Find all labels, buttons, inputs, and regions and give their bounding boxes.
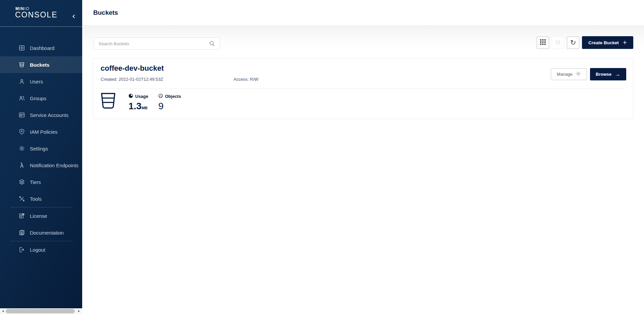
usage-unit: MB [142, 106, 148, 110]
page-title: Buckets [93, 9, 118, 16]
sidebar: MINIO CONSOLE Dashboard Buckets Users [0, 0, 82, 308]
create-bucket-label: Create Bucket [588, 40, 619, 45]
sidebar-item-groups[interactable]: Groups [0, 90, 82, 107]
usage-label: Usage [135, 94, 148, 99]
objects-icon [158, 93, 163, 99]
sidebar-nav: Dashboard Buckets Users Groups Service A [0, 27, 82, 258]
sidebar-collapse-button[interactable] [71, 13, 77, 19]
sidebar-item-documentation[interactable]: Documentation [0, 224, 82, 241]
sidebar-item-label: Groups [30, 96, 46, 101]
usage-pie-icon [128, 93, 133, 99]
sidebar-item-service-accounts[interactable]: Service Accounts [0, 107, 82, 123]
shield-lock-icon [18, 128, 25, 135]
sidebar-item-buckets[interactable]: Buckets [0, 56, 82, 73]
scroll-left-arrow-icon[interactable]: ◄ [1, 309, 4, 314]
sidebar-item-settings[interactable]: Settings [0, 140, 82, 157]
browse-label: Browse [596, 72, 611, 77]
grid-view-button[interactable] [537, 37, 549, 49]
buckets-toolbar: ↻ Create Bucket + [537, 36, 633, 49]
sidebar-item-users[interactable]: Users [0, 73, 82, 90]
sidebar-item-label: Service Accounts [30, 112, 68, 118]
objects-label: Objects [165, 94, 181, 99]
list-view-button [552, 37, 564, 49]
plus-icon: + [623, 39, 627, 46]
sidebar-item-label: Notification Endpoints [30, 163, 78, 168]
bucket-card[interactable]: coffee-dev-bucket Created: 2022-01-02T12… [93, 58, 633, 119]
groups-icon [18, 95, 25, 102]
logo-console-text: CONSOLE [15, 10, 57, 19]
objects-value: 9 [158, 101, 181, 112]
chevron-left-icon [71, 15, 77, 20]
page-header: Buckets [82, 0, 644, 26]
refresh-icon: ↻ [570, 39, 576, 46]
scrollbar-thumb[interactable] [6, 309, 75, 313]
users-icon [18, 78, 25, 85]
sidebar-item-label: Settings [30, 146, 48, 151]
manage-label: Manage [557, 72, 573, 77]
dashboard-icon [18, 45, 25, 51]
usage-stat: Usage 1.3MB [128, 93, 148, 112]
app-logo: MINIO CONSOLE [0, 0, 82, 27]
horizontal-scrollbar[interactable]: ◄ ► [0, 308, 82, 314]
service-accounts-icon [18, 112, 25, 118]
layers-icon [18, 179, 25, 185]
refresh-button[interactable]: ↻ [567, 37, 579, 49]
sidebar-item-label: Tools [30, 196, 42, 202]
grid-view-icon [540, 39, 546, 47]
create-bucket-button[interactable]: Create Bucket + [582, 36, 633, 49]
sidebar-item-label: License [30, 213, 47, 219]
manage-button[interactable]: Manage [551, 68, 587, 80]
sidebar-item-label: Documentation [30, 230, 64, 236]
browse-button[interactable]: Browse → [590, 68, 626, 80]
sidebar-item-label: Users [30, 79, 43, 84]
license-icon [18, 212, 25, 219]
objects-stat: Objects 9 [158, 93, 181, 112]
logout-icon [18, 246, 25, 253]
usage-value: 1.3MB [128, 101, 148, 112]
sidebar-item-label: Dashboard [30, 45, 54, 51]
search-icon [209, 40, 215, 47]
sidebar-item-tiers[interactable]: Tiers [0, 174, 82, 190]
arrow-right-icon: → [615, 71, 621, 78]
gear-icon [576, 71, 581, 77]
scroll-right-arrow-icon[interactable]: ► [77, 309, 80, 314]
bucket-access: Access: R/W [233, 77, 258, 82]
content-area: ↻ Create Bucket + coffee-dev-bucket Crea… [82, 26, 644, 314]
main-area: Buckets [82, 0, 644, 314]
card-divider [101, 88, 626, 89]
search-input[interactable] [94, 41, 209, 46]
sidebar-item-notification-endpoints[interactable]: λ Notification Endpoints [0, 157, 82, 174]
sidebar-item-label: Buckets [30, 62, 49, 68]
sidebar-item-label: Logout [30, 247, 45, 253]
documentation-icon [18, 229, 25, 236]
sidebar-item-tools[interactable]: Tools [0, 190, 82, 207]
bucket-card-actions: Manage Browse → [551, 68, 626, 80]
sidebar-item-label: IAM Policies [30, 129, 58, 135]
sidebar-item-label: Tiers [30, 179, 41, 185]
search-box [93, 38, 220, 50]
bucket-name[interactable]: coffee-dev-bucket [101, 64, 164, 73]
buckets-icon [18, 61, 25, 68]
sidebar-item-license[interactable]: License [0, 207, 82, 224]
lambda-icon: λ [18, 162, 25, 169]
sidebar-item-dashboard[interactable]: Dashboard [0, 40, 82, 56]
list-view-icon [555, 39, 561, 47]
sidebar-item-iam-policies[interactable]: IAM Policies [0, 123, 82, 140]
sidebar-item-logout[interactable]: Logout [0, 241, 82, 258]
gear-icon [18, 145, 25, 152]
bucket-icon [101, 92, 116, 111]
bucket-created: Created: 2022-01-02T12:49:53Z [101, 77, 163, 82]
tools-icon [18, 195, 25, 202]
